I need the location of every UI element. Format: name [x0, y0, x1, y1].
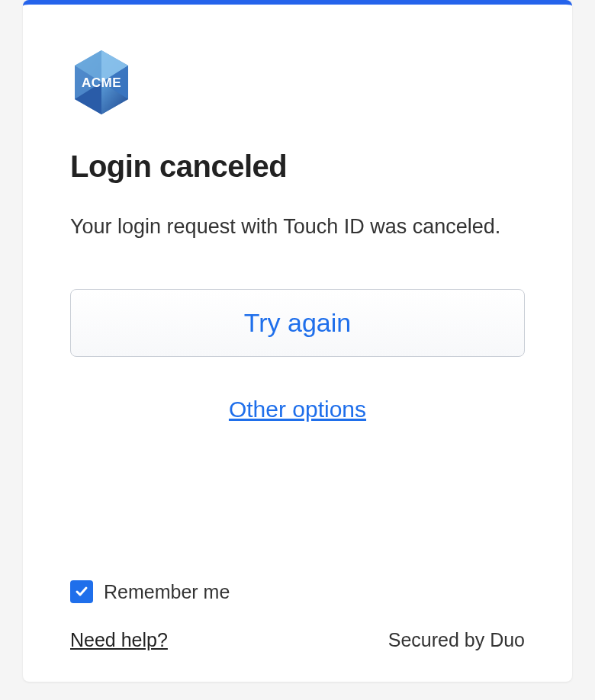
acme-logo-icon: ACME [70, 47, 133, 117]
auth-card: ACME Login canceled Your login request w… [23, 0, 572, 682]
try-again-button[interactable]: Try again [70, 289, 525, 357]
need-help-link[interactable]: Need help? [70, 629, 168, 651]
footer-row: Need help? Secured by Duo [70, 629, 525, 651]
checkmark-icon [74, 584, 89, 599]
page-title: Login canceled [70, 149, 525, 184]
logo-text: ACME [82, 75, 121, 90]
remember-me-row: Remember me [70, 580, 525, 603]
remember-me-label[interactable]: Remember me [104, 581, 230, 603]
remember-me-checkbox[interactable] [70, 580, 93, 603]
secured-by-text: Secured by Duo [388, 629, 525, 651]
status-message: Your login request with Touch ID was can… [70, 213, 525, 242]
other-options-link[interactable]: Other options [70, 397, 525, 422]
